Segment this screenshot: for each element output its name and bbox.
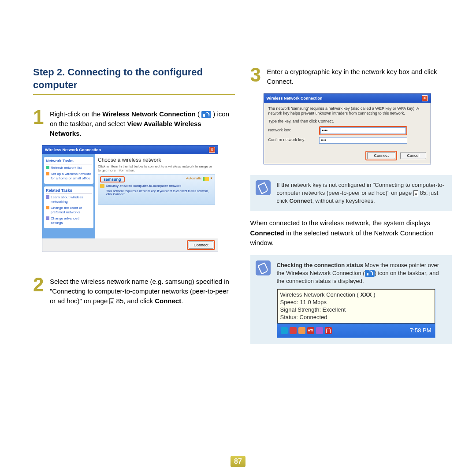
tooltip-line-1: Wireless Network Connection ( XXX ) bbox=[280, 291, 432, 299]
note-box-2: Checking the connection status Move the … bbox=[250, 255, 452, 344]
page-number: 87 bbox=[231, 456, 245, 467]
change-order[interactable]: Change the order of preferred networks bbox=[46, 206, 92, 215]
tray-volume-icon[interactable] bbox=[298, 327, 305, 334]
choose-network-sub: Click an item in the list below to conne… bbox=[98, 164, 215, 172]
wireless-icon bbox=[365, 270, 375, 277]
step-2-text: Select the wireless network name (e.g. s… bbox=[50, 276, 235, 305]
step-number: 2 bbox=[33, 276, 46, 294]
confirm-key-input[interactable] bbox=[319, 137, 407, 144]
signal-bars-icon bbox=[203, 177, 209, 181]
network-auto-label: Automatic ★ bbox=[186, 176, 213, 180]
cancel-button[interactable]: Cancel bbox=[400, 152, 426, 159]
tray-network-icon[interactable] bbox=[281, 327, 288, 334]
network-key-highlight bbox=[319, 126, 407, 135]
learn-wireless[interactable]: Learn about wireless networking bbox=[46, 195, 92, 205]
page-ref-icon bbox=[413, 190, 418, 196]
step-3-text: Enter a cryptographic key in the network… bbox=[267, 66, 452, 86]
step-number: 3 bbox=[250, 66, 264, 84]
connect-button-highlight: Connect bbox=[365, 151, 397, 160]
step-2: 2 Select the wireless network name (e.g.… bbox=[33, 276, 235, 305]
system-tray: ATI bbox=[281, 327, 332, 334]
pencil-icon bbox=[256, 180, 271, 195]
related-tasks-header: Related Tasks bbox=[46, 188, 92, 194]
step-1-text: Right-click on the Wireless Network Conn… bbox=[50, 108, 235, 138]
setup-wireless-network[interactable]: Set up a wireless network for a home or … bbox=[46, 172, 92, 181]
step-1: 1 Right-click on the Wireless Network Co… bbox=[33, 108, 235, 138]
connect-button[interactable]: Connect bbox=[367, 152, 395, 159]
confirm-key-label: Confirm network key: bbox=[268, 138, 319, 143]
choose-network-dialog: Wireless Network Connection × Network Ta… bbox=[42, 145, 218, 252]
note-box-1: If the network key is not configured in … bbox=[250, 175, 452, 212]
dialog-title: Wireless Network Connection bbox=[267, 96, 323, 100]
connection-status-tooltip: Wireless Network Connection ( XXX ) Spee… bbox=[277, 289, 435, 338]
close-icon[interactable]: × bbox=[422, 95, 428, 101]
wireless-icon bbox=[201, 111, 211, 118]
tray-disconnect-icon[interactable] bbox=[290, 327, 297, 334]
network-name-highlight: samsung bbox=[100, 176, 125, 182]
network-key-label: Network key: bbox=[268, 128, 319, 133]
pencil-icon bbox=[256, 260, 271, 275]
page-ref-icon bbox=[109, 298, 114, 304]
dialog-text-2: Type the key, and then click Connect. bbox=[268, 119, 426, 124]
network-key-input[interactable] bbox=[320, 127, 406, 134]
network-key-dialog: Wireless Network Connection × The networ… bbox=[264, 93, 431, 164]
connected-paragraph: When connected to the wireless network, … bbox=[250, 218, 452, 248]
tooltip-line-3: Signal Strength: Excellent bbox=[280, 306, 432, 314]
tray-clock: 7:58 PM bbox=[410, 327, 431, 335]
tooltip-line-4: Status: Connected bbox=[280, 314, 432, 321]
connect-button[interactable]: Connect bbox=[189, 242, 213, 249]
network-item-samsung[interactable]: samsung Automatic ★ Security-enabled com… bbox=[98, 174, 215, 205]
change-advanced[interactable]: Change advanced settings bbox=[46, 216, 92, 226]
step-3: 3 Enter a cryptographic key in the netwo… bbox=[250, 66, 452, 86]
network-tasks-header: Network Tasks bbox=[46, 159, 92, 164]
dialog-text-1: The network 'samsung' requires a network… bbox=[268, 106, 426, 116]
tooltip-line-2: Speed: 11.0 Mbps bbox=[280, 299, 432, 306]
tray-shield-icon[interactable] bbox=[325, 327, 332, 334]
network-desc2: This network requires a network key. If … bbox=[100, 190, 213, 196]
dialog-title: Wireless Network Connection bbox=[45, 148, 101, 152]
step-number: 1 bbox=[33, 108, 46, 126]
network-desc: Security-enabled computer-to-computer ne… bbox=[106, 184, 181, 188]
connect-button-highlight: Connect bbox=[187, 240, 215, 250]
choose-network-heading: Choose a wireless network bbox=[98, 157, 215, 163]
close-icon[interactable]: × bbox=[209, 147, 215, 153]
section-heading: Step 2. Connecting to the configured com… bbox=[33, 66, 235, 95]
refresh-network-list[interactable]: Refresh network list bbox=[46, 166, 92, 170]
tray-ati-icon[interactable]: ATI bbox=[307, 327, 314, 334]
tray-app-icon[interactable] bbox=[316, 327, 323, 334]
